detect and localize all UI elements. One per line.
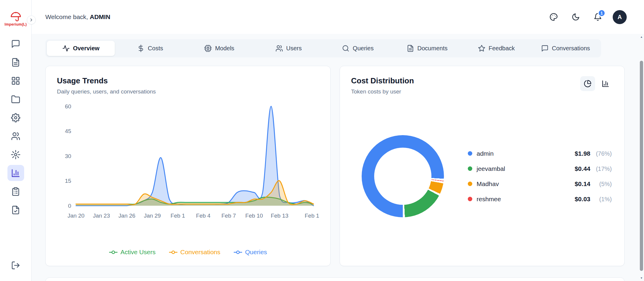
bar-view-button[interactable] bbox=[598, 76, 613, 91]
sidebar-item-folders[interactable] bbox=[7, 91, 24, 107]
legend-dot bbox=[468, 166, 472, 171]
cost-percent: (17%) bbox=[590, 166, 612, 172]
palette-icon bbox=[549, 13, 558, 21]
logo-text: Imperium(L) bbox=[4, 22, 27, 26]
chat-icon bbox=[541, 45, 549, 52]
sidebar-item-reports[interactable] bbox=[7, 183, 24, 199]
tab-models[interactable]: Models bbox=[185, 41, 253, 56]
cost-distribution-subtitle: Token costs by user bbox=[351, 88, 414, 95]
theme-palette-button[interactable] bbox=[547, 10, 561, 24]
cost-legend: admin $1.98(76%) jeevambal $0.44(17%) Ma… bbox=[468, 150, 613, 203]
svg-text:Jan 20: Jan 20 bbox=[67, 213, 84, 219]
sidebar-item-documents[interactable] bbox=[7, 54, 24, 70]
tab-costs[interactable]: Costs bbox=[116, 41, 184, 56]
welcome-message: Welcome back, ADMIN bbox=[45, 13, 110, 21]
sidebar-collapse-button[interactable] bbox=[27, 15, 36, 24]
legend-item-queries[interactable]: Queries bbox=[233, 249, 267, 256]
svg-text:Jan 26: Jan 26 bbox=[118, 213, 135, 219]
tab-label: Models bbox=[215, 45, 234, 52]
tab-label: Users bbox=[286, 45, 302, 52]
file-check-icon bbox=[11, 205, 20, 215]
donut-hole bbox=[374, 148, 431, 205]
cost-percent: (1%) bbox=[590, 196, 612, 203]
avatar[interactable]: A bbox=[613, 10, 627, 24]
svg-text:60: 60 bbox=[65, 103, 71, 110]
tab-bar: Overview Costs Models Users Queries bbox=[45, 39, 601, 57]
cost-value: $0.03 bbox=[575, 196, 590, 203]
svg-text:Feb 10: Feb 10 bbox=[245, 213, 263, 219]
sidebar-nav bbox=[0, 36, 31, 281]
cpu-icon bbox=[204, 45, 212, 52]
sidebar: Imperium(L) bbox=[0, 0, 32, 281]
dollar-icon bbox=[137, 45, 145, 52]
notification-badge: 1 bbox=[598, 9, 606, 17]
activity-icon bbox=[62, 45, 70, 52]
tab-users[interactable]: Users bbox=[255, 41, 323, 56]
legend-item-active-users[interactable]: Active Users bbox=[109, 249, 156, 256]
gear-icon bbox=[11, 113, 20, 122]
tab-overview[interactable]: Overview bbox=[47, 41, 115, 56]
cost-donut-chart bbox=[362, 135, 444, 217]
tab-label: Feedback bbox=[489, 45, 515, 52]
chart-type-toggle bbox=[580, 76, 613, 91]
sidebar-item-preferences[interactable] bbox=[7, 146, 24, 163]
header-actions: 1 A bbox=[547, 10, 627, 24]
cost-row-reshmee: reshmee $0.03(1%) bbox=[468, 196, 612, 203]
main-area: Welcome back, ADMIN 1 A bbox=[32, 0, 644, 281]
sidebar-item-audit[interactable] bbox=[7, 202, 24, 218]
dark-mode-button[interactable] bbox=[569, 10, 583, 24]
legend-label: Active Users bbox=[120, 249, 156, 256]
tab-label: Costs bbox=[148, 45, 163, 52]
umbrella-logo-icon bbox=[11, 12, 21, 22]
svg-text:Feb 4: Feb 4 bbox=[196, 213, 210, 219]
svg-text:45: 45 bbox=[65, 128, 71, 134]
welcome-prefix: Welcome back, bbox=[45, 13, 88, 20]
cost-chart-area: admin $1.98(76%) jeevambal $0.44(17%) Ma… bbox=[351, 97, 613, 256]
next-section-card-peek bbox=[45, 277, 625, 281]
legend-label: Conversations bbox=[180, 249, 220, 256]
svg-text:Feb 13: Feb 13 bbox=[271, 213, 288, 219]
pie-view-button[interactable] bbox=[580, 76, 595, 91]
users-icon bbox=[11, 132, 20, 141]
content-area: Overview Costs Models Users Queries bbox=[32, 34, 644, 281]
top-header: Welcome back, ADMIN 1 A bbox=[32, 0, 644, 34]
cost-row-admin: admin $1.98(76%) bbox=[468, 150, 612, 157]
sidebar-item-logout[interactable] bbox=[7, 257, 24, 273]
tab-feedback[interactable]: Feedback bbox=[462, 41, 530, 56]
scrollbar[interactable]: ▲ ▼ bbox=[639, 34, 644, 281]
cost-percent: (76%) bbox=[590, 150, 612, 157]
svg-text:30: 30 bbox=[65, 153, 71, 159]
tab-documents[interactable]: Documents bbox=[393, 41, 461, 56]
sidebar-item-users[interactable] bbox=[7, 128, 24, 144]
sidebar-item-settings[interactable] bbox=[7, 110, 24, 126]
welcome-username: ADMIN bbox=[90, 13, 110, 20]
app-logo: Imperium(L) bbox=[4, 5, 27, 33]
cost-value: $1.98 bbox=[575, 150, 590, 157]
chevron-right-icon bbox=[29, 18, 34, 22]
scrollbar-thumb[interactable] bbox=[640, 61, 643, 271]
sidebar-item-chat[interactable] bbox=[7, 36, 24, 52]
svg-text:Feb 7: Feb 7 bbox=[222, 213, 236, 219]
star-icon bbox=[478, 45, 485, 52]
legend-item-conversations[interactable]: Conversations bbox=[169, 249, 220, 256]
cost-card-header: Cost Distribution Token costs by user bbox=[351, 76, 613, 95]
logout-icon bbox=[11, 261, 20, 270]
tab-queries[interactable]: Queries bbox=[324, 41, 392, 56]
sidebar-item-analytics[interactable] bbox=[7, 165, 24, 181]
usage-trends-title: Usage Trends bbox=[57, 76, 319, 85]
tab-label: Documents bbox=[417, 45, 448, 52]
sidebar-item-dashboard[interactable] bbox=[7, 73, 24, 89]
usage-chart-legend: Active Users Conversations Queries bbox=[57, 249, 319, 256]
chat-icon bbox=[11, 39, 20, 49]
usage-trends-chart: 015304560Jan 20Jan 23Jan 26Jan 29Feb 1Fe… bbox=[57, 101, 319, 247]
pie-chart-icon bbox=[584, 80, 592, 88]
moon-icon bbox=[572, 13, 580, 21]
tab-conversations[interactable]: Conversations bbox=[532, 41, 600, 56]
svg-text:15: 15 bbox=[65, 178, 71, 184]
cost-distribution-card: Cost Distribution Token costs by user bbox=[340, 66, 625, 266]
scrollbar-up-arrow[interactable]: ▲ bbox=[639, 35, 644, 39]
user-name: admin bbox=[477, 150, 494, 157]
notifications-button[interactable]: 1 bbox=[591, 10, 605, 24]
scrollbar-down-arrow[interactable]: ▼ bbox=[639, 276, 644, 280]
svg-text:0: 0 bbox=[68, 203, 71, 209]
